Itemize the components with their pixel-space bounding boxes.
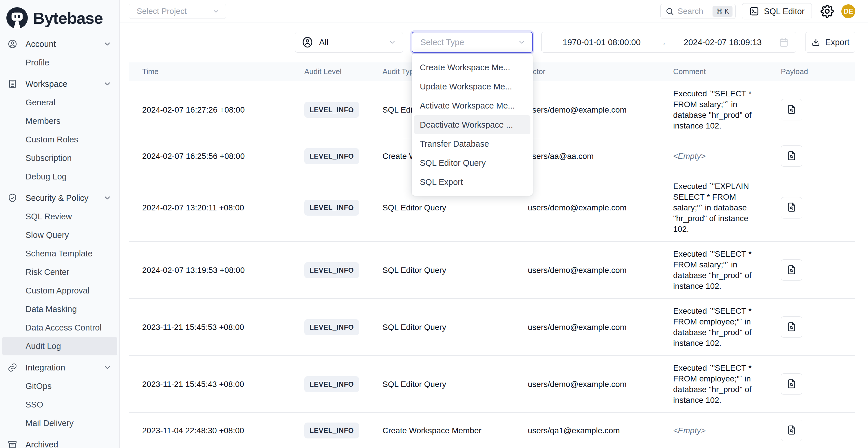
cell-audit-level: LEVEL_INFO <box>299 255 377 285</box>
select-project-dropdown[interactable]: Select Project <box>129 4 226 19</box>
actor-filter-value: All <box>319 38 388 47</box>
sidebar-group-account[interactable]: Account <box>0 35 119 53</box>
sidebar-group-security-policy[interactable]: Security & Policy <box>0 189 119 207</box>
sidebar-item-general[interactable]: General <box>2 93 117 112</box>
export-button[interactable]: Export <box>805 32 855 53</box>
cell-time: 2024-02-07 16:27:26 +08:00 <box>129 98 299 122</box>
actor-filter-dropdown[interactable]: All <box>295 32 403 53</box>
type-menu-item-activate-workspace-me[interactable]: Activate Workspace Me... <box>414 96 530 115</box>
column-header-actor: Actor <box>524 66 666 77</box>
cell-time: 2023-11-04 22:48:30 +08:00 <box>129 418 299 443</box>
level-badge: LEVEL_INFO <box>304 148 359 164</box>
gear-icon[interactable] <box>820 5 834 18</box>
sidebar: Bytebase AccountProfileWorkspaceGeneralM… <box>0 0 120 448</box>
sidebar-item-label: Members <box>26 116 61 126</box>
cell-actor: users/aa@aa.com <box>524 144 666 168</box>
type-menu-item-deactivate-workspace[interactable]: Deactivate Workspace ... <box>414 115 530 134</box>
sidebar-item-sql-review[interactable]: SQL Review <box>2 207 117 226</box>
cell-actor: users/qa1@example.com <box>524 418 666 443</box>
sidebar-group-archived[interactable]: Archived <box>0 435 119 448</box>
cell-payload <box>770 138 855 174</box>
sidebar-item-debug-log[interactable]: Debug Log <box>2 167 117 186</box>
sidebar-group-label: Account <box>26 39 103 49</box>
sidebar-item-label: Custom Roles <box>26 135 78 145</box>
date-to: 2024-02-07 18:09:13 <box>670 38 776 47</box>
level-badge: LEVEL_INFO <box>304 200 359 216</box>
chevron-down-icon <box>103 40 112 48</box>
sidebar-item-profile[interactable]: Profile <box>2 53 117 72</box>
type-menu-item-update-workspace-me[interactable]: Update Workspace Me... <box>414 77 530 96</box>
cell-actor: users/demo@example.com <box>524 315 666 340</box>
sidebar-item-slow-query[interactable]: Slow Query <box>2 226 117 244</box>
date-from: 1970-01-01 08:00:00 <box>549 38 655 47</box>
type-menu-item-sql-export[interactable]: SQL Export <box>414 172 530 192</box>
sidebar-item-label: SSO <box>26 400 43 410</box>
cell-time: 2024-02-07 13:19:53 +08:00 <box>129 258 299 283</box>
sidebar-item-label: Mail Delivery <box>26 418 73 428</box>
cell-comment: Executed `"EXPLAIN SELECT * FROM salary;… <box>666 174 770 242</box>
app-root: Bytebase AccountProfileWorkspaceGeneralM… <box>0 0 868 448</box>
type-filter-dropdown[interactable]: Select Type <box>412 32 533 53</box>
sidebar-item-label: Risk Center <box>26 267 69 277</box>
sidebar-item-risk-center[interactable]: Risk Center <box>2 263 117 281</box>
sidebar-item-label: Data Access Control <box>26 323 102 332</box>
column-header-comment: Comment <box>666 66 770 77</box>
payload-view-button[interactable] <box>781 99 802 120</box>
sidebar-item-sso[interactable]: SSO <box>2 395 117 414</box>
cell-comment: Executed `"SELECT * FROM employee;"` in … <box>666 356 770 412</box>
cell-payload <box>770 190 855 225</box>
sidebar-item-custom-roles[interactable]: Custom Roles <box>2 130 117 149</box>
payload-view-button[interactable] <box>781 420 802 441</box>
sidebar-item-label: Data Masking <box>26 305 77 314</box>
export-label: Export <box>825 38 849 47</box>
level-badge: LEVEL_INFO <box>304 102 359 118</box>
archive-icon <box>7 440 18 448</box>
cell-time: 2024-02-07 13:20:11 +08:00 <box>129 195 299 220</box>
sidebar-item-subscription[interactable]: Subscription <box>2 149 117 167</box>
topbar: Select Project Search ⌘ K SQL <box>120 0 868 23</box>
payload-view-button[interactable] <box>781 259 802 281</box>
chevron-down-icon <box>388 38 396 46</box>
sidebar-item-data-masking[interactable]: Data Masking <box>2 300 117 318</box>
empty-comment: <Empty> <box>673 152 706 161</box>
sidebar-item-label: Schema Template <box>26 249 93 258</box>
file-search-icon <box>786 322 797 333</box>
calendar-icon <box>778 37 789 47</box>
sidebar-group-integration[interactable]: Integration <box>0 358 119 377</box>
file-search-icon <box>786 379 797 390</box>
cell-comment: Executed `"SELECT * FROM salary;"` in da… <box>666 81 770 138</box>
payload-view-button[interactable] <box>781 316 802 338</box>
type-menu-item-transfer-database[interactable]: Transfer Database <box>414 134 530 153</box>
sql-editor-button[interactable]: SQL Editor <box>742 3 812 20</box>
level-badge: LEVEL_INFO <box>304 422 359 439</box>
payload-view-button[interactable] <box>781 197 802 219</box>
table-row: 2024-02-07 13:19:53 +08:00LEVEL_INFOSQL … <box>129 242 855 299</box>
payload-view-button[interactable] <box>781 145 802 167</box>
payload-view-button[interactable] <box>781 373 802 395</box>
cell-comment: <Empty> <box>666 144 770 168</box>
sidebar-item-data-access-control[interactable]: Data Access Control <box>2 318 117 337</box>
avatar[interactable]: DE <box>841 4 855 18</box>
sidebar-item-label: Subscription <box>26 153 72 163</box>
sidebar-item-label: Debug Log <box>26 172 67 182</box>
sidebar-item-custom-approval[interactable]: Custom Approval <box>2 281 117 300</box>
file-search-icon <box>786 425 797 436</box>
type-menu-item-create-workspace-me[interactable]: Create Workspace Me... <box>414 58 530 77</box>
date-range-picker[interactable]: 1970-01-01 08:00:00 → 2024-02-07 18:09:1… <box>541 32 796 53</box>
sidebar-item-label: SQL Review <box>26 212 72 221</box>
sidebar-item-members[interactable]: Members <box>2 112 117 130</box>
sidebar-item-audit-log[interactable]: Audit Log <box>2 337 117 355</box>
sidebar-item-schema-template[interactable]: Schema Template <box>2 244 117 263</box>
sidebar-item-mail-delivery[interactable]: Mail Delivery <box>2 414 117 433</box>
arrow-right-icon: → <box>655 37 670 48</box>
search-input[interactable]: Search ⌘ K <box>660 4 736 19</box>
type-menu-item-sql-editor-query[interactable]: SQL Editor Query <box>414 153 530 172</box>
table-row: 2023-11-21 15:45:53 +08:00LEVEL_INFOSQL … <box>129 299 855 356</box>
chevron-down-icon <box>103 194 112 202</box>
link-icon <box>7 363 18 373</box>
brand[interactable]: Bytebase <box>0 0 119 32</box>
search-shortcut-badge: ⌘ K <box>713 6 733 17</box>
sidebar-group-workspace[interactable]: Workspace <box>0 75 119 93</box>
cell-actor: users/demo@example.com <box>524 195 666 220</box>
sidebar-item-gitops[interactable]: GitOps <box>2 377 117 395</box>
